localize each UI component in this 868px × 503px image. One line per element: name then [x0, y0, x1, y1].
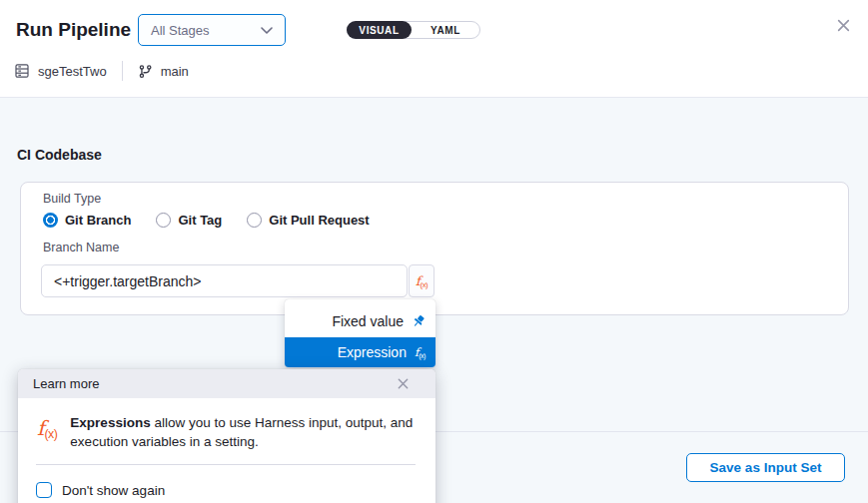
- run-pipeline-modal: Run Pipeline All Stages VISUAL YAML sgeT…: [0, 0, 868, 503]
- build-type-label: Build Type: [43, 192, 101, 206]
- value-type-button[interactable]: f(x): [409, 264, 434, 297]
- fx-icon: f(x): [415, 345, 426, 360]
- popover-header: Learn more: [18, 369, 435, 398]
- menu-item-expression[interactable]: Expression f(x): [285, 337, 435, 367]
- radio-git-pull-request[interactable]: Git Pull Request: [247, 213, 369, 228]
- chevron-down-icon: [261, 27, 273, 34]
- save-as-input-set-button[interactable]: Save as Input Set: [686, 453, 845, 482]
- pin-icon: [412, 314, 426, 328]
- section-title: CI Codebase: [17, 147, 102, 163]
- dont-show-again-label: Don't show again: [62, 483, 165, 498]
- pipeline-meta: sgeTestTwo main: [14, 61, 189, 81]
- close-icon[interactable]: [836, 18, 852, 34]
- radio-selected-icon: [43, 213, 58, 228]
- ci-codebase-card: Build Type Git Branch Git Tag Git Pull R…: [20, 182, 849, 315]
- popover-body: f(x) Expressions allow you to use Harnes…: [18, 398, 435, 451]
- branch-name: main: [161, 64, 189, 79]
- radio-git-tag[interactable]: Git Tag: [156, 213, 222, 228]
- radio-git-branch[interactable]: Git Branch: [43, 213, 131, 228]
- view-mode-toggle: VISUAL YAML: [347, 21, 480, 39]
- branch-name-input[interactable]: [41, 264, 408, 297]
- menu-item-fixed-value[interactable]: Fixed value: [285, 304, 435, 337]
- popover-close-icon[interactable]: [397, 377, 410, 390]
- radio-unselected-icon: [156, 213, 171, 228]
- learn-more-popover: Learn more f(x) Expressions allow you to…: [18, 369, 435, 503]
- page-title: Run Pipeline: [16, 19, 131, 41]
- value-type-menu: Fixed value Expression f(x): [285, 299, 435, 367]
- tab-yaml[interactable]: YAML: [412, 22, 479, 38]
- popover-title: Learn more: [33, 376, 99, 391]
- radio-unselected-icon: [247, 213, 262, 228]
- stage-selector-value: All Stages: [151, 23, 210, 38]
- fx-icon: f(x): [37, 418, 57, 451]
- build-type-radio-group: Git Branch Git Tag Git Pull Request: [43, 213, 395, 228]
- tab-visual[interactable]: VISUAL: [347, 21, 412, 39]
- repository-icon: [14, 63, 30, 79]
- modal-header: Run Pipeline All Stages VISUAL YAML sgeT…: [0, 0, 868, 98]
- stage-selector[interactable]: All Stages: [138, 14, 286, 46]
- repository-name: sgeTestTwo: [38, 64, 107, 79]
- fx-icon: f(x): [416, 273, 428, 289]
- popover-text: Expressions allow you to use Harness inp…: [70, 413, 416, 451]
- branch-name-field: f(x): [41, 264, 434, 297]
- git-branch-icon: [138, 64, 153, 79]
- dont-show-again-checkbox[interactable]: [36, 482, 52, 498]
- branch-name-label: Branch Name: [43, 241, 119, 254]
- dont-show-again-row: Don't show again: [18, 465, 435, 498]
- divider: [122, 61, 123, 81]
